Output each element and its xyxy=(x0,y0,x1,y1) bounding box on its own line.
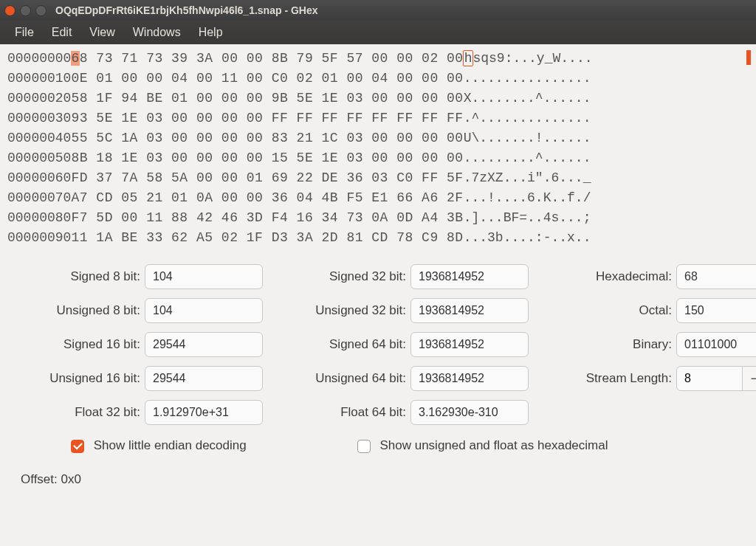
check-hexfloat-label: Show unsigned and float as hexadecimal xyxy=(379,438,608,452)
hex-offset: 00000070 xyxy=(7,188,71,208)
hex-offset: 00000000 xyxy=(7,49,71,69)
label-oct: Octal: xyxy=(566,303,676,318)
hex-row[interactable]: 00000080F7 5D 00 11 88 42 46 3D F4 16 34… xyxy=(7,208,749,228)
hex-offset: 00000060 xyxy=(7,168,71,188)
minimize-icon[interactable] xyxy=(20,5,31,16)
hex-first-byte[interactable]: 11 xyxy=(71,228,88,248)
hex-ascii[interactable]: .^.............. xyxy=(464,108,591,128)
hex-offset: 00000050 xyxy=(7,148,71,168)
value-bin[interactable] xyxy=(676,332,756,357)
hex-bytes[interactable]: 5C 1A 03 00 00 00 00 83 21 1C 03 00 00 0… xyxy=(88,128,464,148)
hex-ascii[interactable]: ...3b....:-..x.. xyxy=(464,228,591,248)
menu-view[interactable]: View xyxy=(80,23,123,42)
status-offset: Offset: 0x0 xyxy=(7,459,749,487)
decoder-panel: Signed 8 bit: Signed 32 bit: Hexadecimal… xyxy=(7,248,749,459)
value-u8[interactable] xyxy=(145,298,263,323)
close-icon[interactable] xyxy=(4,5,16,16)
hex-ascii[interactable]: hsqs9:...y_W.... xyxy=(464,49,593,69)
hex-offset: 00000080 xyxy=(7,208,71,228)
hex-first-byte[interactable]: 55 xyxy=(71,128,88,148)
hex-first-byte[interactable]: A7 xyxy=(71,188,88,208)
hex-view[interactable]: 0000000068 73 71 73 39 3A 00 00 8B 79 5F… xyxy=(7,49,749,248)
hex-offset: 00000040 xyxy=(7,128,71,148)
menu-file[interactable]: File xyxy=(6,23,43,42)
hex-first-byte[interactable]: 93 xyxy=(71,108,88,128)
label-s8: Signed 8 bit: xyxy=(19,269,145,284)
label-u16: Unsigned 16 bit: xyxy=(19,371,145,386)
window-title: OQqEDpDFrRt6iKE1rbjKh5fhNwpi46l6_1.snap … xyxy=(55,4,318,16)
menu-windows[interactable]: Windows xyxy=(124,23,190,42)
menubar: File Edit View Windows Help xyxy=(0,21,756,44)
hex-bytes[interactable]: 18 1E 03 00 00 00 00 15 5E 1E 03 00 00 0… xyxy=(88,148,464,168)
label-s16: Signed 16 bit: xyxy=(19,337,145,352)
hex-ascii[interactable]: X........^...... xyxy=(464,89,591,108)
hex-bytes[interactable]: 01 00 00 04 00 11 00 C0 02 01 00 04 00 0… xyxy=(88,69,464,89)
value-stream[interactable] xyxy=(676,366,743,391)
value-s16[interactable] xyxy=(145,332,263,357)
checkbox-icon xyxy=(357,440,371,453)
label-s32: Signed 32 bit: xyxy=(300,269,410,284)
label-hex: Hexadecimal: xyxy=(566,269,676,284)
hex-bytes[interactable]: 5D 00 11 88 42 46 3D F4 16 34 73 0A 0D A… xyxy=(88,208,464,228)
cursor-marker-icon xyxy=(746,50,751,65)
hex-row[interactable]: 00000060FD 37 7A 58 5A 00 00 01 69 22 DE… xyxy=(7,168,749,188)
check-endian[interactable]: Show little endian decoding xyxy=(71,438,247,453)
value-f32[interactable] xyxy=(145,400,263,425)
hex-bytes[interactable]: 73 71 73 39 3A 00 00 8B 79 5F 57 00 00 0… xyxy=(88,49,464,69)
titlebar: OQqEDpDFrRt6iKE1rbjKh5fhNwpi46l6_1.snap … xyxy=(0,0,756,21)
hex-bytes[interactable]: 37 7A 58 5A 00 00 01 69 22 DE 36 03 C0 F… xyxy=(88,168,464,188)
hex-row[interactable]: 000000100E 01 00 00 04 00 11 00 C0 02 01… xyxy=(7,69,749,89)
hex-ascii[interactable]: .]...BF=..4s...; xyxy=(464,208,591,228)
hex-row[interactable]: 000000508B 18 1E 03 00 00 00 00 15 5E 1E… xyxy=(7,148,749,168)
hex-bytes[interactable]: CD 05 21 01 0A 00 00 36 04 4B F5 E1 66 A… xyxy=(88,188,464,208)
hex-first-byte[interactable]: 58 xyxy=(71,89,88,108)
checkbox-icon xyxy=(71,440,84,453)
hex-bytes[interactable]: 5E 1E 03 00 00 00 00 FF FF FF FF FF FF F… xyxy=(88,108,464,128)
label-u32: Unsigned 32 bit: xyxy=(300,303,410,318)
value-u64[interactable] xyxy=(410,366,529,391)
hex-row[interactable]: 0000000068 73 71 73 39 3A 00 00 8B 79 5F… xyxy=(7,49,749,69)
value-hex[interactable] xyxy=(676,264,756,289)
value-u16[interactable] xyxy=(145,366,263,391)
label-s64: Signed 64 bit: xyxy=(300,337,410,352)
hex-ascii[interactable]: ...!....6.K..f./ xyxy=(464,188,591,208)
hex-first-byte[interactable]: 8B xyxy=(71,148,88,168)
hex-first-byte[interactable]: 68 xyxy=(71,49,88,69)
check-endian-label: Show little endian decoding xyxy=(94,438,247,452)
hex-row[interactable]: 0000003093 5E 1E 03 00 00 00 00 FF FF FF… xyxy=(7,108,749,128)
hex-row[interactable]: 0000002058 1F 94 BE 01 00 00 00 9B 5E 1E… xyxy=(7,89,749,108)
value-f64[interactable] xyxy=(410,400,529,425)
hex-ascii[interactable]: U\.......!...... xyxy=(464,128,591,148)
value-u32[interactable] xyxy=(410,298,529,323)
hex-first-byte[interactable]: F7 xyxy=(71,208,88,228)
value-s8[interactable] xyxy=(145,264,263,289)
menu-edit[interactable]: Edit xyxy=(43,23,81,42)
maximize-icon[interactable] xyxy=(35,5,47,16)
hex-ascii[interactable]: ................ xyxy=(464,69,591,89)
label-u64: Unsigned 64 bit: xyxy=(300,371,410,386)
hex-ascii[interactable]: .........^...... xyxy=(464,148,591,168)
label-u8: Unsigned 8 bit: xyxy=(19,303,145,318)
hex-offset: 00000030 xyxy=(7,108,71,128)
hex-row[interactable]: 0000004055 5C 1A 03 00 00 00 00 83 21 1C… xyxy=(7,128,749,148)
hex-bytes[interactable]: 1A BE 33 62 A5 02 1F D3 3A 2D 81 CD 78 C… xyxy=(88,228,464,248)
hex-offset: 00000010 xyxy=(7,69,71,89)
hex-row[interactable]: 0000009011 1A BE 33 62 A5 02 1F D3 3A 2D… xyxy=(7,228,749,248)
hex-first-byte[interactable]: FD xyxy=(71,168,88,188)
label-f64: Float 64 bit: xyxy=(300,405,410,420)
value-s64[interactable] xyxy=(410,332,529,357)
menu-help[interactable]: Help xyxy=(190,23,232,42)
check-hexfloat[interactable]: Show unsigned and float as hexadecimal xyxy=(357,438,608,453)
hex-bytes[interactable]: 1F 94 BE 01 00 00 00 9B 5E 1E 03 00 00 0… xyxy=(88,89,464,108)
stream-minus-button[interactable]: − xyxy=(742,366,756,391)
label-stream: Stream Length: xyxy=(566,371,676,386)
hex-ascii[interactable]: .7zXZ...i".6..._ xyxy=(464,168,591,188)
label-f32: Float 32 bit: xyxy=(19,405,145,420)
hex-first-byte[interactable]: 0E xyxy=(71,69,88,89)
value-oct[interactable] xyxy=(676,298,756,323)
value-s32[interactable] xyxy=(410,264,529,289)
label-bin: Binary: xyxy=(566,337,676,352)
hex-row[interactable]: 00000070A7 CD 05 21 01 0A 00 00 36 04 4B… xyxy=(7,188,749,208)
hex-offset: 00000020 xyxy=(7,89,71,108)
hex-offset: 00000090 xyxy=(7,228,71,248)
